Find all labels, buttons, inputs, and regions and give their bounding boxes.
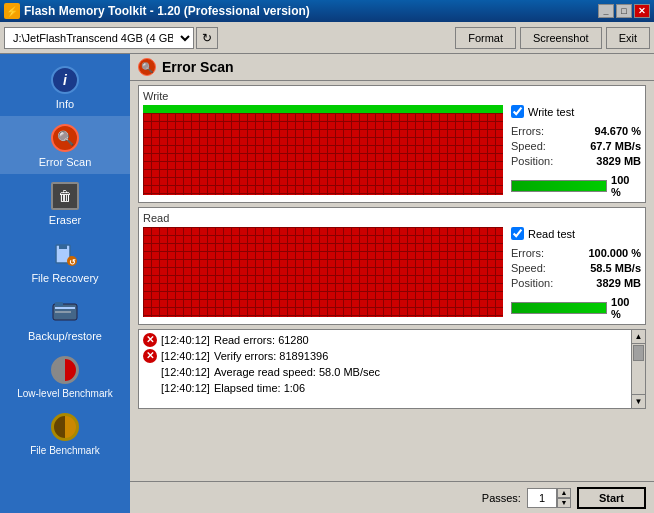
bottom-bar: Passes: ▲ ▼ Start: [130, 481, 654, 513]
write-label: Write: [143, 90, 641, 102]
start-button[interactable]: Start: [577, 487, 646, 509]
read-speed-value: 58.5 MB/s: [590, 262, 641, 274]
sidebar-label-error-scan: Error Scan: [39, 156, 92, 168]
drive-refresh-button[interactable]: ↻: [196, 27, 218, 49]
panel-scan-icon: 🔍: [138, 58, 156, 76]
write-stats: Write test Errors: 94.670 % Speed: 67.7 …: [511, 105, 641, 198]
sidebar: i Info 🔍 Error Scan 🗑 Eraser: [0, 54, 130, 513]
scrollbar-thumb[interactable]: [633, 345, 644, 361]
log-entry: ✕[12:40:12]Verify errors: 81891396: [143, 348, 627, 364]
log-error-icon: ✕: [143, 333, 157, 347]
sidebar-label-llbench: Low-level Benchmark: [17, 388, 113, 399]
write-progress-bar: [511, 180, 607, 192]
log-entry: [12:40:12]Average read speed: 58.0 MB/se…: [143, 364, 627, 380]
svg-rect-1: [59, 245, 67, 249]
screenshot-button[interactable]: Screenshot: [520, 27, 602, 49]
passes-spin-down[interactable]: ▼: [557, 498, 571, 508]
scrollbar-up-button[interactable]: ▲: [632, 330, 645, 344]
sidebar-label-fbench: File Benchmark: [30, 445, 99, 456]
file-recovery-icon: ↺: [49, 238, 81, 270]
close-button[interactable]: ✕: [634, 4, 650, 18]
sidebar-item-backup[interactable]: Backup/restore: [0, 290, 130, 348]
passes-input-group: ▲ ▼: [527, 488, 571, 508]
read-label: Read: [143, 212, 641, 224]
svg-rect-5: [55, 302, 63, 306]
read-checkbox-label: Read test: [528, 228, 575, 240]
sidebar-label-eraser: Eraser: [49, 214, 81, 226]
exit-button[interactable]: Exit: [606, 27, 650, 49]
toolbar: J:\JetFlashTranscend 4GB (4 GB) ↻ Format…: [0, 22, 654, 54]
read-checkbox-row: Read test: [511, 227, 641, 240]
read-section: Read Read test Errors: 100.000 %: [138, 207, 646, 325]
read-errors-row: Errors: 100.000 %: [511, 247, 641, 259]
title-bar-buttons: _ □ ✕: [598, 4, 650, 18]
fbench-icon: [49, 411, 81, 443]
passes-spinner: ▲ ▼: [557, 488, 571, 508]
scan-content: Write Write test Errors: 94.670 %: [130, 81, 654, 481]
svg-text:↺: ↺: [69, 258, 76, 266]
sidebar-item-llbench[interactable]: Low-level Benchmark: [0, 348, 130, 405]
format-button[interactable]: Format: [455, 27, 516, 49]
log-entry: ✕[12:40:12]Read errors: 61280: [143, 332, 627, 348]
write-section: Write Write test Errors: 94.670 %: [138, 85, 646, 203]
log-scrollbar: ▲ ▼: [631, 330, 645, 408]
read-position-label: Position:: [511, 277, 553, 289]
write-checkbox-row: Write test: [511, 105, 641, 118]
passes-input[interactable]: [527, 488, 557, 508]
log-time: [12:40:12]: [161, 332, 210, 348]
log-entry: [12:40:12]Elapsed time: 1:06: [143, 380, 627, 396]
write-checkbox-label: Write test: [528, 106, 574, 118]
write-speed-label: Speed:: [511, 140, 546, 152]
write-red-grid: [143, 113, 503, 195]
minimize-button[interactable]: _: [598, 4, 614, 18]
read-red-grid: [143, 227, 503, 317]
scrollbar-down-button[interactable]: ▼: [632, 394, 645, 408]
passes-spin-up[interactable]: ▲: [557, 488, 571, 498]
read-progress-bar: [511, 302, 607, 314]
write-position-row: Position: 3829 MB: [511, 155, 641, 167]
read-speed-label: Speed:: [511, 262, 546, 274]
read-speed-row: Speed: 58.5 MB/s: [511, 262, 641, 274]
write-progress-fill: [512, 181, 606, 191]
error-scan-icon: 🔍: [49, 122, 81, 154]
log-time: [12:40:12]: [161, 364, 210, 380]
main-layout: i Info 🔍 Error Scan 🗑 Eraser: [0, 54, 654, 513]
write-green-bar: [143, 105, 503, 113]
maximize-button[interactable]: □: [616, 4, 632, 18]
log-error-icon: ✕: [143, 349, 157, 363]
drive-select: J:\JetFlashTranscend 4GB (4 GB) ↻: [4, 27, 218, 49]
read-grid: [143, 227, 503, 317]
sidebar-item-error-scan[interactable]: 🔍 Error Scan: [0, 116, 130, 174]
read-errors-value: 100.000 %: [588, 247, 641, 259]
write-grid: [143, 105, 503, 195]
svg-rect-6: [55, 307, 75, 309]
sidebar-item-file-recovery[interactable]: ↺ File Recovery: [0, 232, 130, 290]
app-icon: ⚡: [4, 3, 20, 19]
read-errors-label: Errors:: [511, 247, 544, 259]
sidebar-label-backup: Backup/restore: [28, 330, 102, 342]
read-test-checkbox[interactable]: [511, 227, 524, 240]
write-errors-row: Errors: 94.670 %: [511, 125, 641, 137]
info-icon: i: [49, 64, 81, 96]
content-area: 🔍 Error Scan Write Write test: [130, 54, 654, 513]
read-progress-container: 100 %: [511, 296, 641, 320]
write-test-checkbox[interactable]: [511, 105, 524, 118]
read-stats: Read test Errors: 100.000 % Speed: 58.5 …: [511, 227, 641, 320]
write-grid-container: Write test Errors: 94.670 % Speed: 67.7 …: [143, 105, 641, 198]
eraser-icon: 🗑: [49, 180, 81, 212]
write-speed-row: Speed: 67.7 MB/s: [511, 140, 641, 152]
write-progress-label: 100 %: [611, 174, 641, 198]
log-area-wrapper: ✕[12:40:12]Read errors: 61280✕[12:40:12]…: [138, 329, 646, 409]
sidebar-label-info: Info: [56, 98, 74, 110]
scrollbar-track: [632, 344, 645, 394]
write-progress-container: 100 %: [511, 174, 641, 198]
log-time: [12:40:12]: [161, 348, 210, 364]
passes-label: Passes:: [482, 492, 521, 504]
sidebar-item-fbench[interactable]: File Benchmark: [0, 405, 130, 462]
sidebar-item-info[interactable]: i Info: [0, 58, 130, 116]
log-message: Verify errors: 81891396: [214, 348, 328, 364]
log-time: [12:40:12]: [161, 380, 210, 396]
write-position-label: Position:: [511, 155, 553, 167]
sidebar-item-eraser[interactable]: 🗑 Eraser: [0, 174, 130, 232]
drive-dropdown[interactable]: J:\JetFlashTranscend 4GB (4 GB): [4, 27, 194, 49]
